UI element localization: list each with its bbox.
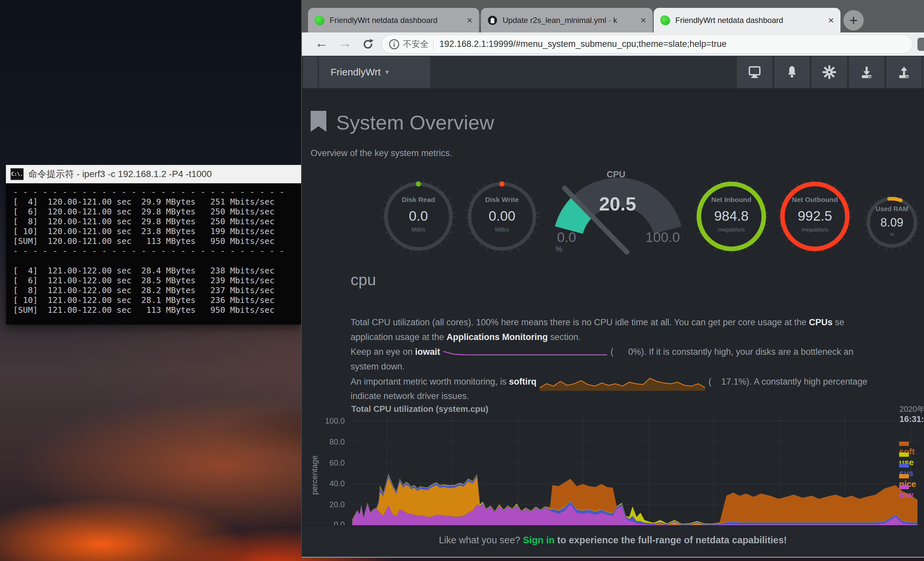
gauge-value: 992.5 [777, 208, 853, 224]
cpu-paragraph-line4: system down. [351, 362, 405, 372]
bookmark-icon [310, 111, 326, 132]
export-button[interactable] [849, 56, 884, 88]
page-subtitle: Overview of the key system metrics. [310, 148, 452, 158]
ytick-40: 40.0 [315, 479, 345, 488]
gauge-value: 0.00 [464, 208, 540, 224]
cpu-paragraph-line1: Total CPU utilization (all cores). 100% … [351, 317, 844, 328]
address-bar[interactable]: 不安全 192.168.2.1:19999/#menu_system_subme… [382, 35, 912, 53]
download-icon [860, 65, 874, 79]
ytick-80: 80.0 [315, 438, 345, 447]
settings-button[interactable] [812, 56, 847, 88]
status-dot [500, 181, 505, 186]
signin-banner: Like what you see? Sign in to experience… [302, 525, 924, 557]
omnibox-divider [433, 39, 434, 50]
section-heading-cpu: cpu [351, 271, 376, 289]
legend-item-softirq[interactable]: soft [899, 441, 924, 451]
gauge-label: Disk Read [381, 196, 456, 204]
info-icon[interactable] [388, 39, 400, 50]
gear-icon [822, 65, 837, 79]
gauge-value: 0.0 [381, 208, 456, 224]
tab-github[interactable]: Update r2s_lean_minimal.yml · k × [481, 8, 653, 33]
terminal-title: 命令提示符 - iperf3 -c 192.168.1.2 -P4 -t1000 [28, 168, 212, 180]
gauge-disk-read[interactable]: Disk Read 0.0 MiB/s [381, 179, 456, 254]
friendlywrt-icon [660, 15, 670, 25]
gauge-disk-write[interactable]: Disk Write 0.00 MiB/s [464, 179, 540, 254]
gauge-label: Disk Write [464, 196, 540, 204]
friendlywrt-icon [315, 15, 324, 25]
terminal-titlebar[interactable]: C:\. 命令提示符 - iperf3 -c 192.168.1.2 -P4 -… [6, 165, 301, 183]
gauge-used-ram[interactable]: Used RAM 8.09 % [862, 193, 921, 252]
tab-friendlywrt-1[interactable]: FriendlyWrt netdata dashboard × [308, 8, 479, 33]
gauge-net-outbound[interactable]: Net Outbound 992.5 megabits/s [777, 179, 853, 254]
gauge-label: CPU [537, 170, 694, 180]
gauge-unit: megabits/s [694, 227, 769, 233]
close-icon[interactable]: × [640, 15, 646, 25]
bell-icon [785, 65, 798, 79]
close-icon[interactable]: × [466, 15, 472, 25]
gauge-value: 8.09 [862, 216, 921, 230]
alarms-button[interactable] [774, 56, 810, 88]
cpu-paragraph-line5: An important metric worth monitoring, is… [351, 376, 867, 388]
browser-left-edge [301, 0, 302, 558]
extension-icon[interactable] [918, 38, 924, 51]
gauge-net-inbound[interactable]: Net Inbound 984.8 megabits/s [694, 179, 769, 254]
new-tab-button[interactable]: + [843, 10, 864, 30]
gauge-label: Used RAM [862, 205, 921, 213]
gauge-unit: % [862, 232, 921, 237]
softirq-label[interactable]: softirq [509, 377, 536, 387]
brand-dropdown[interactable]: FriendlyWrt ▾ [319, 56, 430, 88]
cmd-icon: C:\. [10, 168, 24, 180]
gauge-min: 0.0 [557, 230, 576, 245]
cpu-paragraph-line6: indicate network driver issues. [351, 391, 469, 401]
tab-title: Update r2s_lean_minimal.yml · k [502, 16, 636, 25]
browser-bottom-edge [302, 557, 924, 558]
sign-in-link[interactable]: Sign in [523, 535, 555, 545]
tab-title: FriendlyWrt netdata dashboard [330, 16, 462, 25]
reload-icon[interactable] [361, 37, 375, 51]
terminal-window[interactable]: C:\. 命令提示符 - iperf3 -c 192.168.1.2 -P4 -… [6, 165, 301, 325]
chart-time: 16:31:2 [899, 414, 924, 424]
security-label[interactable]: 不安全 [403, 38, 429, 50]
gauge-value: 984.8 [694, 208, 769, 224]
tab-divider [480, 15, 480, 27]
navbar-left-sliver [303, 56, 318, 88]
back-icon[interactable]: ← [315, 36, 328, 50]
gauge-max: 100.0 [645, 230, 680, 245]
desktop: C:\. 命令提示符 - iperf3 -c 192.168.1.2 -P4 -… [0, 0, 924, 561]
gauge-unit: megabits/s [777, 227, 853, 233]
chart-date: 2020年3 [899, 404, 924, 414]
close-icon[interactable]: × [828, 15, 834, 25]
gauge-label: Net Inbound [694, 196, 769, 204]
gauge-unit: MiB/s [381, 227, 456, 233]
upload-icon [897, 65, 911, 79]
cpu-utilization-chart[interactable] [352, 417, 921, 525]
iowait-label[interactable]: iowait [415, 347, 440, 357]
brand-label: FriendlyWrt [331, 66, 381, 78]
status-dot [416, 181, 421, 186]
netdata-navbar: FriendlyWrt ▾ [302, 56, 924, 89]
ytick-100: 100.0 [315, 417, 345, 426]
softirq-sparkline[interactable] [540, 376, 705, 392]
gauge-value: 20.5 [537, 193, 698, 215]
github-icon [488, 15, 497, 25]
gauge-unit: MiB/s [464, 227, 540, 233]
display-button[interactable] [737, 56, 772, 88]
chart-legend: soft use sys nice iow [899, 441, 924, 495]
applications-monitoring-link[interactable]: Applications Monitoring [447, 332, 548, 342]
gauge-unit: % [555, 245, 562, 254]
cpu-paragraph-line2: application usage at the Applications Mo… [351, 332, 580, 342]
gauge-label: Net Outbound [777, 196, 853, 204]
cpus-link[interactable]: CPUs [809, 317, 832, 327]
forward-icon[interactable]: → [339, 36, 352, 50]
gauge-cpu[interactable]: CPU 20.5 0.0 100.0 % [537, 164, 694, 266]
url-text[interactable]: 192.168.2.1:19999/#menu_system_submenu_c… [440, 39, 727, 49]
import-button[interactable] [886, 56, 922, 88]
tab-friendlywrt-2-active[interactable]: FriendlyWrt netdata dashboard × [654, 8, 840, 33]
iowait-sparkline[interactable] [443, 348, 607, 357]
terminal-output: - - - - - - - - - - - - - - - - - - - - … [6, 183, 301, 325]
monitor-icon [747, 66, 762, 79]
page-title: System Overview [336, 111, 494, 134]
browser-toolbar: ← → 不安全 192.168.2.1:19999/#menu_system_s… [302, 33, 924, 56]
banner-text-post: to experience the full-range of netdata … [554, 535, 787, 545]
cpu-paragraph-line3: Keep an eye on iowait( 0%). If it is con… [351, 347, 854, 357]
